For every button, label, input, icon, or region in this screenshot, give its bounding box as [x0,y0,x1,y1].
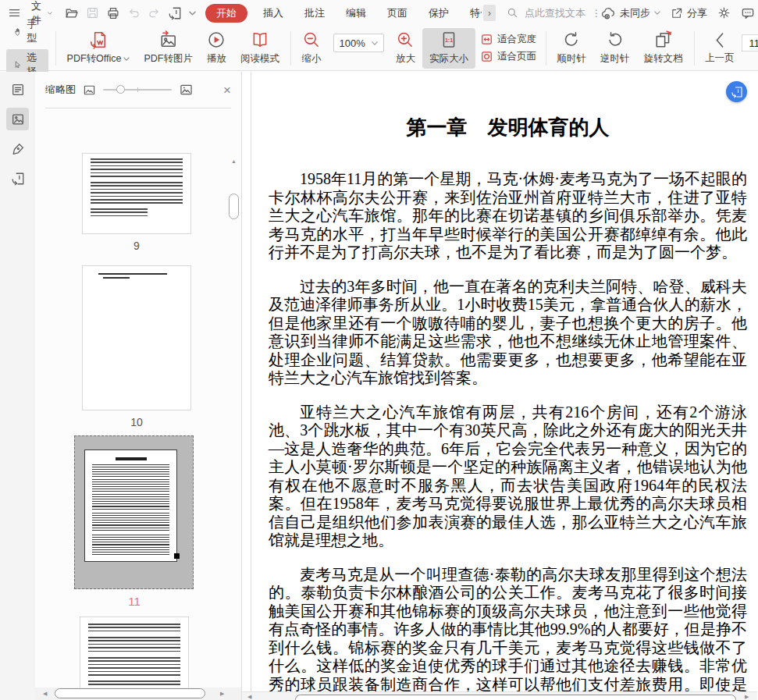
thumbnail-page-11-preview [84,449,177,562]
slider-knob[interactable] [116,85,125,94]
document-view: 第一章 发明体育的人 1958年11月的第一个星期，马克·休姆·麦考马克为了一场… [242,72,758,700]
fit-width-icon [481,34,493,45]
thumbnail-page-number: 9 [82,240,191,252]
fit-page-button[interactable]: 适合页面 [481,50,536,63]
rotate-counterclockwise-button[interactable]: 逆时针 [593,28,637,69]
search-box[interactable]: 点此查找文本 ⋮ [507,6,601,20]
rotate-counterclockwise-icon [606,30,625,49]
thumbnail-panel-button[interactable] [6,108,29,130]
tab-page[interactable]: 页面 [387,6,407,20]
save-icon[interactable] [86,6,99,20]
thumbnail-page-10[interactable] [82,265,191,410]
image-icon [11,112,25,126]
redo-icon[interactable] [148,6,161,20]
pdf-to-office-icon [89,30,108,49]
search-options-icon[interactable]: ⋮ [592,8,601,19]
actual-size-button[interactable]: 1:1 实际大小 [422,28,475,69]
tab-protect[interactable]: 保护 [429,6,449,20]
rotate-document-icon [654,30,673,49]
export-panel-button[interactable] [6,167,29,190]
previous-page-button[interactable]: 上一页 [698,28,742,69]
pdf-to-image-button[interactable]: PDF转图片 [137,28,200,69]
left-panel-rail [0,72,35,700]
small-thumbnail-icon [84,85,95,95]
thumbnail-list: 9 10 [35,108,241,700]
share-button[interactable]: 分享 [671,6,707,20]
fit-width-button[interactable]: 适合宽度 [481,33,536,46]
fit-page-icon [481,51,493,62]
undo-icon[interactable] [127,6,141,20]
sync-status-button[interactable]: 未同步 [601,6,660,20]
open-file-icon[interactable] [65,6,79,20]
scroll-right-icon[interactable]: ▶ [220,691,224,697]
vertical-scrollbar-thumb[interactable] [229,194,239,219]
scroll-up-icon[interactable]: ▲ [231,158,237,164]
previous-page-label: 上一页 [705,52,735,65]
chevron-right-icon: › [488,8,491,19]
sign-panel-button[interactable] [6,137,29,160]
divider [55,31,56,66]
hand-tool-label: 手型 [27,17,41,45]
close-panel-icon[interactable]: × [223,84,231,97]
pdf-to-office-label: PDF转Office [67,52,122,66]
menubar: 文件 开始 插入 批注 编辑 页面 保护 [0,0,758,26]
thumbnail-sidebar: 缩略图 × 9 [35,72,242,700]
thumbnail-page-number-selected: 11 [80,595,189,608]
zoom-in-button[interactable]: 放大 [389,28,422,69]
pdf-to-office-button[interactable]: PDF转Office [60,28,137,69]
tab-home[interactable]: 开始 [205,4,247,23]
horizontal-scrollbar-thumb[interactable] [55,688,205,698]
outline-list-icon [11,83,25,97]
feedback-comment-icon[interactable] [741,7,755,20]
paragraph: 麦考马克是从一个叫理查德·泰勒的高尔夫球友那里得到这个想法的。泰勒负责卡尔林酿酒… [269,566,747,692]
outline-panel-button[interactable] [6,78,29,101]
thumbnail-size-slider[interactable] [103,89,172,91]
scroll-right-icon[interactable]: ▶ [745,694,749,700]
document-horizontal-scrollbar[interactable]: ◀ ▶ [242,691,757,700]
tab-overflow-button[interactable]: › [483,5,496,21]
tab-insert[interactable]: 插入 [263,6,283,20]
thumbnail-page-9[interactable] [82,153,191,234]
document-export-icon [11,172,25,186]
save-as-icon[interactable] [168,6,182,20]
rotate-clockwise-button[interactable]: 顺时针 [550,28,594,69]
pdf-to-image-label: PDF转图片 [144,52,193,66]
share-icon [671,7,683,20]
zoom-in-icon [396,30,415,49]
mini-title-bar [116,457,147,460]
horizontal-scrollbar-thumb[interactable] [295,695,736,700]
rotate-clockwise-icon [562,30,581,49]
cloud-offline-icon [601,7,616,20]
thumbnail-page-11-selected[interactable] [74,435,194,589]
scroll-left-icon[interactable]: ◀ [43,691,47,697]
tab-comment[interactable]: 批注 [304,6,325,20]
tab-special[interactable]: 特色 [470,6,482,20]
zoom-out-button[interactable]: 缩小 [295,28,329,69]
chevron-down-icon[interactable] [189,11,196,16]
paragraph: 1958年11月的第一个星期，马克·休姆·麦考马克为了一场不起眼的卡尔林杯高尔夫… [269,170,747,262]
page-number-input[interactable]: 11 [742,34,758,52]
page-text: 第一章 发明体育的人 1958年11月的第一个星期，马克·休姆·麦考马克为了一场… [269,116,747,691]
play-button[interactable]: 播放 [200,28,233,69]
large-thumbnail-icon [180,84,193,95]
hand-tool-button[interactable]: 手型 [6,16,48,47]
rotate-document-button[interactable]: 旋转文档 [637,28,690,69]
zoom-out-icon [302,30,321,49]
rotate-counterclockwise-label: 逆时针 [600,52,630,66]
settings-gear-icon[interactable] [717,6,731,20]
scroll-left-icon[interactable]: ◀ [247,694,251,700]
sidebar-horizontal-scrollbar[interactable]: ◀ ▶ [35,688,241,700]
share-label: 分享 [687,6,707,20]
reading-mode-button[interactable]: 阅读模式 [233,28,286,69]
tab-edit[interactable]: 编辑 [346,6,366,20]
print-icon[interactable] [106,6,120,20]
zoom-level-select[interactable]: 100% [333,34,384,52]
chevron-down-icon [48,11,52,16]
rotate-document-label: 旋转文档 [644,52,683,66]
search-placeholder: 点此查找文本 [525,6,585,20]
pdf-convert-float-button[interactable] [726,81,747,102]
hand-icon [14,26,22,37]
toolbar: 手型 选择 PDF转Office PDF转图片 播放 阅读模式 [0,26,758,71]
page-number-value: 11 [749,37,758,49]
content-area: 缩略图 × 9 [0,72,758,700]
